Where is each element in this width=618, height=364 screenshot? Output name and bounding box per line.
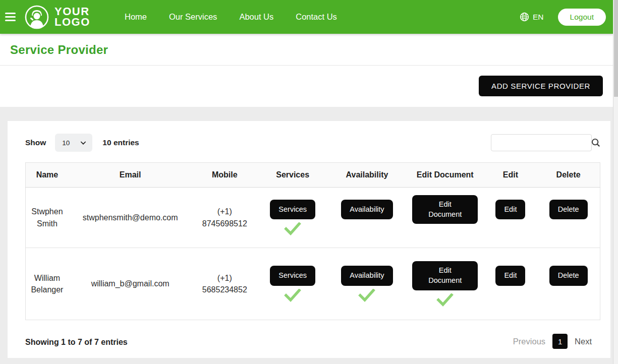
pagination-page-1[interactable]: 1 [552,334,568,349]
nav-link-our-services[interactable]: Our Services [169,12,217,22]
availability-button[interactable]: Availability [341,200,392,220]
provider-mobile: (+1) 8745698512 [196,206,253,229]
language-label: EN [533,13,544,22]
table-card: Show 10 10 entries [8,121,610,358]
brand-logo[interactable]: YOUR LOGO [24,5,90,30]
check-icon [358,289,375,302]
check-icon [436,293,454,307]
delete-button[interactable]: Delete [549,266,588,286]
logo-text: YOUR LOGO [54,7,90,28]
edit-document-button[interactable]: Edit Document [412,261,478,290]
vertical-scrollbar[interactable] [613,0,618,364]
worker-logo-icon [24,5,49,30]
availability-button[interactable]: Availability [341,266,392,286]
pagination-next[interactable]: Next [575,337,592,346]
table-search [491,134,592,151]
column-header-email: Email [69,163,192,188]
services-button[interactable]: Services [270,266,315,286]
provider-email: stwphensmith@demo.com [83,213,178,222]
search-icon[interactable] [591,138,601,148]
page-title: Service Provider [10,43,108,57]
provider-name: William Belanger [26,272,69,295]
column-header-mobile: Mobile [192,163,257,188]
column-header-name: Name [26,163,69,188]
column-header-edit-document: Edit Document [406,163,484,188]
table-header-row: Name Email Mobile Services Availability … [26,163,600,188]
table-row: William Belanger william_b@gmail.com (+1… [26,248,600,320]
pagination: Previous 1 Next [513,334,592,349]
nav-links: Home Our Services About Us Contact Us [125,0,337,34]
service-provider-page: YOUR LOGO Home Our Services About Us Con… [0,0,618,364]
page-size-select[interactable]: 10 [55,134,92,152]
column-header-availability: Availability [328,163,406,188]
column-header-services: Services [257,163,328,188]
search-input[interactable] [491,135,591,151]
nav-link-about-us[interactable]: About Us [239,12,273,22]
scrollbar-thumb[interactable] [614,0,618,97]
column-header-edit: Edit [484,163,537,188]
entries-count-label: 10 entries [102,138,139,147]
check-icon [284,222,301,235]
page-size-value: 10 [62,139,70,147]
nav-link-contact-us[interactable]: Contact Us [296,12,337,22]
column-header-delete: Delete [537,163,600,188]
language-selector[interactable]: EN [520,12,544,22]
provider-name: Stwphen Smith [26,206,69,229]
header-divider [0,65,613,66]
edit-button[interactable]: Edit [495,200,525,220]
globe-icon [520,12,529,22]
table-row: Stwphen Smith stwphensmith@demo.com (+1)… [26,188,600,248]
pagination-previous[interactable]: Previous [513,337,545,346]
navbar-right-group: EN Logout [520,0,606,34]
delete-button[interactable]: Delete [549,200,588,220]
provider-email: william_b@gmail.com [91,279,170,288]
edit-button[interactable]: Edit [495,266,525,286]
services-button[interactable]: Services [270,200,315,220]
add-service-provider-button[interactable]: ADD SERVICE PROVIDER [479,76,603,96]
nav-link-home[interactable]: Home [125,12,147,22]
chevron-down-icon [79,139,87,147]
top-navbar: YOUR LOGO Home Our Services About Us Con… [0,0,613,34]
hamburger-menu-icon[interactable] [5,11,17,23]
logout-button[interactable]: Logout [558,9,606,26]
show-label: Show [25,138,46,147]
service-provider-table: Name Email Mobile Services Availability … [25,162,600,320]
showing-entries-text: Showing 1 to 7 of 7 entries [25,338,128,347]
table-length-controls: Show 10 10 entries [25,134,139,152]
provider-mobile: (+1) 5685234852 [196,272,253,295]
edit-document-button[interactable]: Edit Document [412,195,478,224]
check-icon [284,289,301,302]
